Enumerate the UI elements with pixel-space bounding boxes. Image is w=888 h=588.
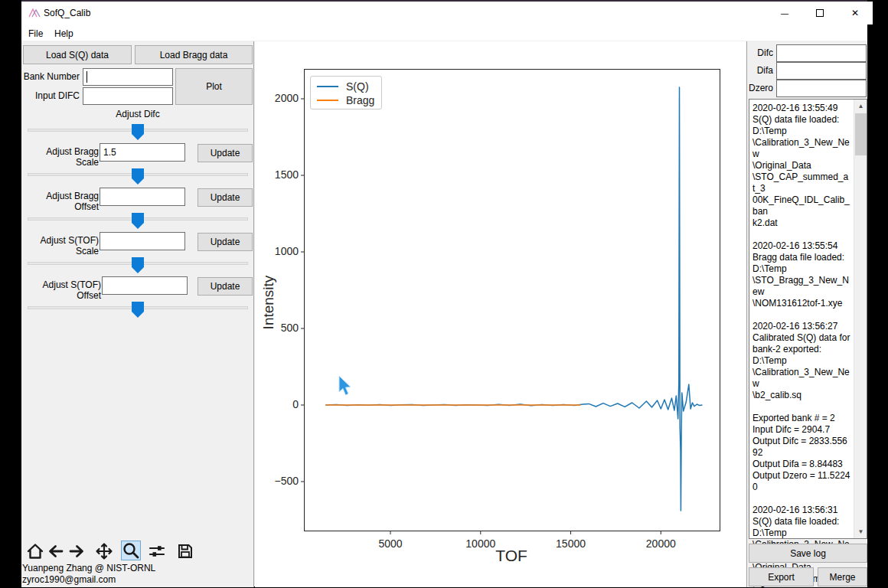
menu-file[interactable]: File	[24, 27, 47, 41]
adjust-difc-slider-handle[interactable]	[132, 124, 144, 140]
adjust-stof-offset-label: Adjust S(TOF) Offset	[21, 279, 101, 301]
scroll-up-icon[interactable]: ▲	[854, 100, 867, 113]
legend-entry-sq: S(Q)	[317, 80, 375, 93]
mouse-cursor-icon	[338, 375, 356, 400]
legend-line-sq	[317, 86, 338, 87]
load-bragg-data-button[interactable]: Load Bragg data	[135, 45, 253, 64]
stof-offset-slider-handle[interactable]	[132, 302, 144, 318]
dzero-output-field[interactable]	[776, 80, 867, 97]
input-difc-label: Input DIFC	[21, 90, 80, 101]
log-box: 2020-02-16 13:55:49 S(Q) data file loade…	[749, 99, 867, 539]
adjust-bragg-offset-update-button[interactable]: Update	[198, 188, 253, 207]
scroll-thumb[interactable]	[855, 113, 867, 155]
close-button[interactable]: ✕	[837, 2, 873, 24]
load-sq-data-button[interactable]: Load S(Q) data	[23, 45, 132, 64]
plot-button[interactable]: Plot	[175, 68, 253, 105]
log-scrollbar[interactable]: ▲ ▼	[854, 100, 867, 538]
adjust-bragg-offset-input[interactable]	[100, 188, 185, 206]
difc-output-field[interactable]	[776, 44, 867, 62]
pan-icon[interactable]	[94, 541, 114, 561]
export-button[interactable]: Export	[749, 567, 814, 586]
back-icon[interactable]	[46, 541, 66, 561]
maximize-button[interactable]	[802, 2, 837, 24]
log-text: 2020-02-16 13:55:49 S(Q) data file loade…	[753, 103, 850, 588]
menu-help[interactable]: Help	[50, 27, 78, 41]
zoom-icon[interactable]	[121, 541, 141, 560]
legend-entry-bragg: Bragg	[317, 93, 375, 107]
adjust-bragg-scale-label: Adjust Bragg Scale	[21, 146, 99, 168]
y-tick-label: −500	[255, 475, 299, 487]
adjust-bragg-scale-input[interactable]	[100, 143, 185, 162]
y-tick-label: 1500	[255, 168, 299, 181]
merge-button[interactable]: Merge	[818, 567, 867, 586]
menu-bar: File Help	[21, 24, 867, 41]
y-tick-label: 2000	[255, 92, 299, 104]
bank-number-label: Bank Number	[21, 71, 80, 82]
x-axis-label: TOF	[435, 547, 588, 565]
scroll-down-icon[interactable]: ▼	[854, 525, 867, 538]
bank-number-input[interactable]	[83, 68, 173, 86]
subplot-settings-icon[interactable]	[147, 541, 167, 561]
app-window: SofQ_Calib — ✕ File Help Load S(Q) data …	[21, 0, 867, 586]
adjust-stof-offset-update-button[interactable]: Update	[198, 277, 253, 296]
x-tick-label: 20000	[638, 537, 684, 550]
bragg-offset-slider-handle[interactable]	[132, 213, 144, 229]
difa-output-field[interactable]	[776, 62, 867, 80]
text-caret	[87, 71, 87, 83]
control-panel: Load S(Q) data Load Bragg data Bank Numb…	[21, 41, 254, 587]
series-line-sq	[325, 87, 702, 511]
home-icon[interactable]	[25, 541, 45, 561]
plot-data-svg	[304, 69, 720, 531]
difc-label: Difc	[747, 47, 773, 58]
input-difc-input[interactable]	[83, 87, 173, 105]
adjust-bragg-offset-label: Adjust Bragg Offset	[21, 191, 99, 212]
stof-scale-slider-handle[interactable]	[132, 257, 144, 273]
minimize-button[interactable]: —	[767, 2, 802, 24]
save-log-button[interactable]: Save log	[749, 544, 867, 563]
plot-legend: S(Q) Bragg	[310, 76, 382, 109]
legend-label-bragg: Bragg	[346, 94, 374, 106]
y-axis-label: Intensity	[260, 241, 277, 364]
bragg-scale-slider-handle[interactable]	[132, 168, 144, 185]
output-panel: Difc Difa Dzero 2020-02-16 13:55:49 S(Q)…	[746, 41, 867, 587]
adjust-difc-label: Adjust Difc	[21, 109, 254, 119]
y-tick-label: 0	[255, 398, 299, 410]
forward-icon[interactable]	[67, 541, 87, 561]
adjust-stof-offset-input[interactable]	[102, 276, 188, 295]
adjust-stof-scale-update-button[interactable]: Update	[198, 233, 253, 251]
dzero-label: Dzero	[747, 83, 773, 93]
window-title: SofQ_Calib	[44, 8, 90, 18]
screen-background: SofQ_Calib — ✕ File Help Load S(Q) data …	[0, 0, 888, 588]
credit-name: Yuanpeng Zhang @ NIST-ORNL	[22, 563, 155, 573]
credit-email: zyroc1990@gmail.com	[22, 574, 116, 585]
legend-label-sq: S(Q)	[346, 80, 369, 93]
plot-canvas[interactable]: 5000100001500020000 −5000500100015002000…	[255, 41, 746, 587]
adjust-stof-scale-label: Adjust S(TOF) Scale	[21, 235, 99, 256]
difa-label: Difa	[747, 65, 773, 76]
adjust-bragg-scale-update-button[interactable]: Update	[198, 144, 253, 162]
close-icon: ✕	[851, 8, 859, 18]
save-icon[interactable]	[175, 541, 195, 561]
app-logo-icon	[28, 7, 41, 19]
title-bar[interactable]: SofQ_Calib — ✕	[21, 2, 867, 24]
x-tick-label: 5000	[367, 537, 413, 550]
minimize-icon: —	[781, 9, 788, 18]
adjust-stof-scale-input[interactable]	[100, 232, 185, 250]
maximize-icon	[816, 9, 824, 17]
legend-line-bragg	[317, 100, 338, 101]
